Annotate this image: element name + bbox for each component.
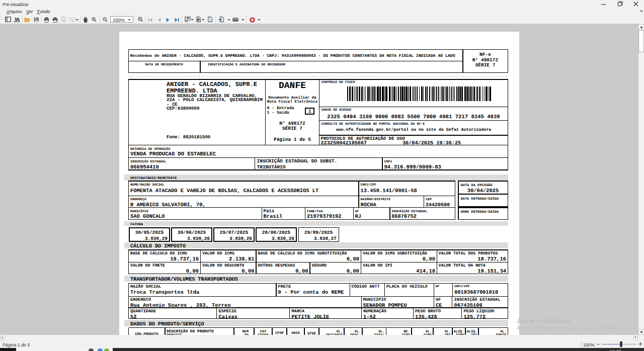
svg-text:RJ: RJ xyxy=(355,214,361,220)
svg-text:13.450.141/0001-58: 13.450.141/0001-58 xyxy=(361,188,417,194)
svg-text:SÉRIE 7: SÉRIE 7 xyxy=(475,62,496,68)
svg-text:FATURA: FATURA xyxy=(130,223,143,227)
svg-text:CEP: CEP xyxy=(426,198,432,201)
svg-text:ENDERECO: ENDERECO xyxy=(130,297,151,302)
svg-text:30/04/2025 19:36:25: 30/04/2025 19:36:25 xyxy=(403,140,461,146)
svg-text:UNID: UNID xyxy=(291,331,300,335)
svg-text:00193687001010: 00193687001010 xyxy=(454,290,498,296)
svg-text:Documento Auxiliar da: Documento Auxiliar da xyxy=(268,96,316,100)
svg-text:CNPJ/CPF: CNPJ/CPF xyxy=(454,285,470,288)
svg-text:BASE DE CÁLCULO DO ICMS SUBSTI: BASE DE CÁLCULO DO ICMS SUBSTITUIÇÃO xyxy=(258,251,347,256)
svg-text:Página 1 de 5: Página 1 de 5 xyxy=(274,137,311,142)
svg-text:125,772: 125,772 xyxy=(464,314,486,320)
svg-text:VALOR DO FRETE: VALOR DO FRETE xyxy=(130,264,165,268)
svg-text:24420500: 24420500 xyxy=(426,203,450,208)
svg-text:30/06/2025: 30/06/2025 xyxy=(178,230,206,235)
svg-text:MUNICÍPIO: MUNICÍPIO xyxy=(363,297,386,302)
svg-text:0,00: 0,00 xyxy=(347,256,359,262)
svg-text:SEGURO: SEGURO xyxy=(312,264,327,268)
svg-text:PETITE JOLIE: PETITE JOLIE xyxy=(292,314,330,320)
svg-text:1-52: 1-52 xyxy=(363,314,376,320)
svg-text:1: 1 xyxy=(308,109,311,114)
svg-text:UF: UF xyxy=(436,285,440,288)
svg-text:BAIRRO/DISTRITO: BAIRRO/DISTRITO xyxy=(361,198,390,201)
svg-text:Fone: 8820181500: Fone: 8820181500 xyxy=(167,134,210,140)
svg-text:RAZÃO SOCIAL: RAZÃO SOCIAL xyxy=(130,284,161,289)
svg-text:BASE DE CÁLCULO DO ICMS: BASE DE CÁLCULO DO ICMS xyxy=(130,251,187,256)
svg-text:Brasil: Brasil xyxy=(264,214,282,220)
svg-text:Caixas: Caixas xyxy=(219,314,237,320)
svg-text:DANFE: DANFE xyxy=(279,81,306,91)
svg-text:Troca Transportes ltda: Troca Transportes ltda xyxy=(130,290,199,296)
svg-text:19.151,34: 19.151,34 xyxy=(477,269,506,275)
svg-text:PLACA DO VEÍCULO: PLACA DO VEÍCULO xyxy=(386,284,428,289)
svg-text:CHAVE DE ACESSO: CHAVE DE ACESSO xyxy=(321,108,351,112)
svg-text:3.830,27: 3.830,27 xyxy=(314,236,337,241)
svg-text:TRIBUTÁRIO: TRIBUTÁRIO xyxy=(257,164,286,170)
svg-text:DESTINATÁRIO/REMETENTE: DESTINATÁRIO/REMETENTE xyxy=(130,176,177,181)
svg-text:223250042185667: 223250042185667 xyxy=(321,141,367,146)
svg-text:PROTOCOLO DE AUTORIZAÇÃO DE US: PROTOCOLO DE AUTORIZAÇÃO DE USO xyxy=(321,136,406,141)
svg-text:DADOS DO PRODUTO/SERVIÇO: DADOS DO PRODUTO/SERVIÇO xyxy=(130,321,204,327)
svg-text:52: 52 xyxy=(130,314,136,320)
svg-text:TRANSPORTADOR/VOLUMES TRANSPOR: TRANSPORTADOR/VOLUMES TRANSPORTADOS xyxy=(130,277,238,283)
svg-text:30/05/2025: 30/05/2025 xyxy=(135,230,164,235)
svg-text:País: País xyxy=(264,209,275,214)
svg-text:18.737,16: 18.737,16 xyxy=(477,256,506,262)
svg-text:Rua Antonio Soares , 283, Terr: Rua Antonio Soares , 283, Terreo xyxy=(130,303,231,309)
svg-text:0,00: 0,00 xyxy=(242,269,254,275)
svg-text:VALOR TOTAL DOS PRODUTOS: VALOR TOTAL DOS PRODUTOS xyxy=(439,251,498,256)
svg-text:NOME/RAZÃO SOCIAL: NOME/RAZÃO SOCIAL xyxy=(130,183,164,187)
svg-text:3.830,26: 3.830,26 xyxy=(272,236,294,241)
svg-text:CEP:63800000: CEP:63800000 xyxy=(167,106,200,111)
svg-text:SAO GONCALO: SAO GONCALO xyxy=(130,214,165,220)
svg-text:NATUREZA DE OPERAÇÃO: NATUREZA DE OPERAÇÃO xyxy=(130,147,170,151)
svg-text:CÁLCULO DO IMPOSTO: CÁLCULO DO IMPOSTO xyxy=(130,243,186,249)
svg-text:NUMERAÇÃO: NUMERAÇÃO xyxy=(363,308,386,314)
svg-text:0,00: 0,00 xyxy=(347,269,359,275)
svg-text:ROCHA: ROCHA xyxy=(361,202,377,208)
svg-text:22A - POLO CALCADISTA, QUIXERA: 22A - POLO CALCADISTA, QUIXERAMOBIM xyxy=(167,97,263,103)
svg-text:QUANTIDADE: QUANTIDADE xyxy=(130,309,156,314)
svg-text:SÉRIE 7: SÉRIE 7 xyxy=(282,126,302,131)
svg-text:21979379192: 21979379192 xyxy=(307,214,342,220)
svg-text:3.830,26: 3.830,26 xyxy=(229,236,252,241)
svg-text:0,00: 0,00 xyxy=(295,269,308,275)
svg-text:INSCRIÇÃO ESTADUAL: INSCRIÇÃO ESTADUAL xyxy=(130,159,166,163)
svg-text:VALOR DO IPI: VALOR DO IPI xyxy=(363,264,392,268)
svg-text:INSCRIÇÃO ESTADUAL: INSCRIÇÃO ESTADUAL xyxy=(454,297,501,302)
svg-text:066954410: 066954410 xyxy=(130,164,159,170)
svg-text:PESO BRUTO: PESO BRUTO xyxy=(415,309,441,314)
svg-text:IDENTIFICAÇÃO E ASSINATURA DO: IDENTIFICAÇÃO E ASSINATURA DO RECEBEDOR xyxy=(208,62,285,66)
svg-text:3.830,26: 3.830,26 xyxy=(187,236,210,241)
svg-text:CONSULTA DE AUTENTICIDADE NO P: CONSULTA DE AUTENTICIDADE NO PORTAL NACI… xyxy=(321,122,425,126)
svg-text:0,00: 0,00 xyxy=(186,269,199,275)
svg-text:R AMERICO SALVATORI, 70,: R AMERICO SALVATORI, 70, xyxy=(130,202,206,208)
svg-text:29/07/2025: 29/07/2025 xyxy=(220,230,249,235)
svg-text:INSCRIÇÃO ESTADUAL: INSCRIÇÃO ESTADUAL xyxy=(391,209,427,213)
svg-text:VALOR DO DESCONTO: VALOR DO DESCONTO xyxy=(202,264,245,268)
svg-text:VENDA PRODUCAO DO ESTABELEC: VENDA PRODUCAO DO ESTABELEC xyxy=(130,151,216,157)
svg-text:NF-e: NF-e xyxy=(479,52,491,57)
svg-text:VALOR DO ICMS SUBSTITUIÇÃO: VALOR DO ICMS SUBSTITUIÇÃO xyxy=(363,251,427,256)
svg-text:1 - Saída: 1 - Saída xyxy=(267,111,289,115)
svg-text:PESO LÍQUIDO: PESO LÍQUIDO xyxy=(464,308,495,314)
svg-text:0 - Entrada: 0 - Entrada xyxy=(267,106,294,111)
svg-text:ESPÉCIE: ESPÉCIE xyxy=(219,308,237,314)
svg-text:CNPJ/CPF: CNPJ/CPF xyxy=(361,183,377,187)
svg-text:0,00: 0,00 xyxy=(423,256,435,262)
svg-text:94.316.999/0009-83: 94.316.999/0009-83 xyxy=(384,164,441,170)
svg-text:INSCRIÇÃO ESTADUAL DO SUBST.: INSCRIÇÃO ESTADUAL DO SUBST. xyxy=(257,158,338,164)
svg-text:Recebemos de ANIGER - CALCADOS: Recebemos de ANIGER - CALCADOS, SUPR.E E… xyxy=(130,54,455,58)
svg-text:VALOR TOTAL DA NOTA: VALOR TOTAL DA NOTA xyxy=(439,264,486,268)
svg-text:29/09/2025: 29/09/2025 xyxy=(304,230,333,235)
svg-text:CNPJ: CNPJ xyxy=(384,160,392,163)
svg-text:2.138,81: 2.138,81 xyxy=(229,256,254,262)
svg-text:MUNICÍPIO: MUNICÍPIO xyxy=(130,209,148,213)
svg-text:CONTROLE DO FISCO: CONTROLE DO FISCO xyxy=(321,80,355,84)
svg-text:OUTRAS DESPESAS: OUTRAS DESPESAS xyxy=(258,264,295,268)
svg-text:DATA DE RECEBIMENTO: DATA DE RECEBIMENTO xyxy=(145,63,183,66)
svg-text:UF: UF xyxy=(355,210,359,213)
svg-text:18.737,16: 18.737,16 xyxy=(170,256,199,262)
svg-text:DATA ENTRADA/SAÍDA: DATA ENTRADA/SAÍDA xyxy=(461,197,499,201)
